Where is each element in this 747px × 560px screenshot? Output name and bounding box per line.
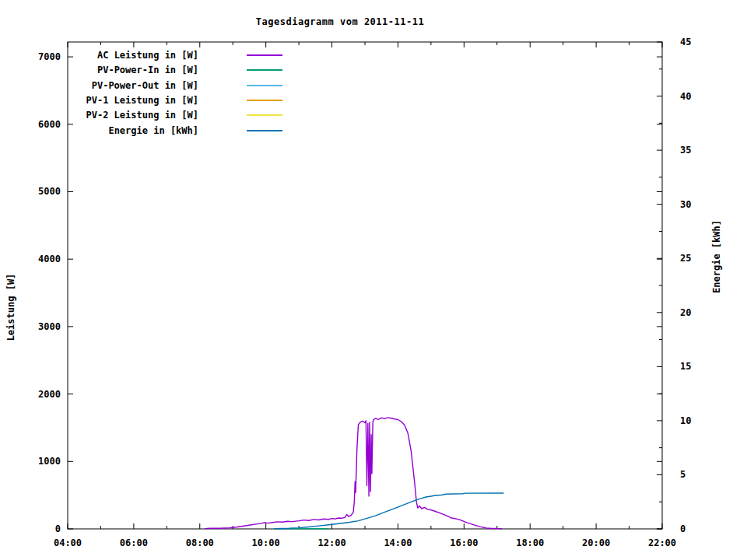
y2-tick-label: 0 <box>680 523 686 534</box>
y2-tick-label: 30 <box>680 199 691 210</box>
y2-axis-title: Energie [kWh] <box>711 220 722 293</box>
y-tick-label: 4000 <box>38 254 61 264</box>
legend-line-sample-pv2 <box>247 114 282 116</box>
legend-label-pv_in: PV-Power-In in [W] <box>0 65 198 75</box>
x-tick-label: 08:00 <box>186 537 214 548</box>
legend-line-sample-pv1 <box>247 100 282 101</box>
x-tick-label: 04:00 <box>54 537 82 548</box>
series-ac-line <box>205 418 502 529</box>
y-tick-label: 1000 <box>38 456 61 467</box>
y2-tick-label: 20 <box>680 307 691 318</box>
legend-label-ac: AC Leistung in [W] <box>0 50 198 61</box>
y2-tick-label: 10 <box>680 415 691 426</box>
chart-canvas: 04:0006:0008:0010:0012:0014:0016:0018:00… <box>0 0 747 560</box>
legend-line-sample-ac <box>247 54 282 56</box>
x-tick-label: 10:00 <box>252 537 280 548</box>
y-tick-label: 0 <box>55 523 61 534</box>
x-tick-label: 06:00 <box>120 537 148 548</box>
y2-tick-label: 5 <box>680 469 686 480</box>
x-tick-label: 18:00 <box>516 537 544 548</box>
chart-title: Tagesdiagramm vom 2011-11-11 <box>0 16 680 27</box>
y2-tick-label: 45 <box>680 37 691 47</box>
y2-tick-label: 40 <box>680 91 691 102</box>
x-tick-label: 14:00 <box>384 537 412 548</box>
legend-label-pv_out: PV-Power-Out in [W] <box>0 80 198 91</box>
legend-label-energie: Energie in [kWh] <box>0 125 198 136</box>
legend-line-sample-energie <box>247 130 282 131</box>
legend-line-sample-pv_out <box>247 85 282 86</box>
legend-label-pv2: PV-2 Leistung in [W] <box>0 110 198 121</box>
y2-tick-label: 35 <box>680 145 691 156</box>
y-axis-title: Leistung [W] <box>5 274 16 341</box>
x-tick-label: 12:00 <box>317 537 345 548</box>
x-tick-label: 22:00 <box>648 537 676 548</box>
y-tick-label: 5000 <box>38 186 61 197</box>
legend-label-pv1: PV-1 Leistung in [W] <box>0 95 198 106</box>
y2-tick-label: 15 <box>680 361 691 372</box>
x-tick-label: 16:00 <box>450 537 478 548</box>
y-tick-label: 3000 <box>38 321 61 332</box>
y2-tick-label: 25 <box>680 253 691 264</box>
legend-line-sample-pv_in <box>247 69 282 71</box>
y-tick-label: 2000 <box>38 389 61 400</box>
x-tick-label: 20:00 <box>582 537 610 548</box>
